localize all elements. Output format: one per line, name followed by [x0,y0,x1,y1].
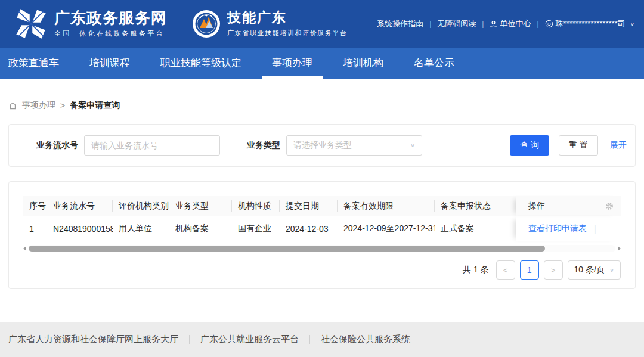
operation-label: 操作 [528,201,545,212]
action-divider: | [594,224,596,234]
page-size-value: 10 条/页 [574,265,605,275]
user-name: 珠******************司 [556,18,626,29]
query-button[interactable]: 查询 [510,135,549,156]
scroll-left-arrow-icon[interactable] [23,246,26,251]
platform-title: 技能广东 [227,10,348,25]
prev-page-button[interactable]: < [496,260,515,280]
user-account-dropdown[interactable]: 珠******************司 ∨ [545,18,634,29]
cell-submit-date: 2024-12-03 [280,216,338,241]
cell-no: 1 [23,216,47,241]
cell-type: 机构备案 [169,216,232,241]
chevron-down-icon: ∨ [410,142,415,148]
header-links: 系统操作指南 | 无障碍阅读 | 单位中心 | 珠***************… [377,18,634,29]
page-number-button[interactable]: 1 [520,260,539,280]
scrollbar-track[interactable] [29,245,615,252]
unit-center-link[interactable]: 单位中心 [490,18,531,29]
business-type-label: 业务类型 [247,140,280,151]
nav-item-training-courses[interactable]: 培训课程 [89,48,130,79]
gear-icon[interactable] [605,202,614,210]
business-type-placeholder: 请选择业务类型 [293,140,352,151]
breadcrumb-separator: > [60,101,65,110]
cell-status: 正式备案 [435,216,516,241]
cell-serial: N240819000158 [47,216,113,241]
chevron-down-icon: ∨ [609,267,614,273]
col-header-nature: 机构性质 [232,196,280,216]
col-header-operation: 操作 [516,196,621,216]
horizontal-scrollbar[interactable] [23,245,621,252]
footer-divider [189,335,190,344]
table-header-row: 序号 业务流水号 评价机构类别 业务类型 机构性质 提交日期 备案有效期限 备案… [23,196,621,216]
platform-subtitle: 广东省职业技能培训和评价服务平台 [227,29,348,38]
col-header-no: 序号 [23,196,47,216]
platform-brand: 技能广东 广东省职业技能培训和评价服务平台 [191,9,348,39]
pagination-total: 共 1 条 [463,265,489,275]
home-icon[interactable] [8,101,17,110]
cell-operation: 查看打印申请表 | [516,216,621,241]
reset-button[interactable]: 重置 [559,135,598,156]
cell-nature: 国有企业 [232,216,280,241]
cell-validity: 2024-12-09至2027-12-31 [338,216,435,241]
site-title: 广东政务服务网 [54,10,167,27]
col-header-category: 评价机构类别 [113,196,169,216]
site-subtitle: 全国一体化在线政务服务平台 [54,29,167,38]
col-header-status: 备案申报状态 [435,196,516,216]
unit-center-label: 单位中心 [500,18,531,29]
link-separator: | [537,20,538,28]
scroll-right-arrow-icon[interactable] [618,246,621,251]
main-nav: 政策直通车 培训课程 职业技能等级认定 事项办理 培训机构 名单公示 [0,48,644,79]
breadcrumb: 事项办理 > 备案申请查询 [8,100,636,111]
scrollbar-thumb[interactable] [29,246,545,252]
site-brand: 广东政务服务网 全国一体化在线政务服务平台 [15,8,167,40]
link-separator: | [429,20,431,28]
expand-link[interactable]: 展开 [610,140,627,151]
brand-divider [179,11,179,36]
page-size-select[interactable]: 10 条/页 ∨ [568,260,621,280]
breadcrumb-section[interactable]: 事项办理 [22,100,55,111]
footer-link-social-insurance[interactable]: 社会保险公共服务系统 [321,334,410,345]
business-type-select[interactable]: 请选择业务类型 ∨ [286,135,422,156]
pagination: 共 1 条 < 1 > 10 条/页 ∨ [23,260,621,280]
nav-item-skill-level-certification[interactable]: 职业技能等级认定 [160,48,242,79]
col-header-validity: 备案有效期限 [338,196,435,216]
nav-item-policy-express[interactable]: 政策直通车 [8,48,59,79]
search-panel: 业务流水号 业务类型 请选择业务类型 ∨ 查询 重置 展开 [8,124,636,167]
system-guide-link[interactable]: 系统操作指南 [377,18,423,29]
col-header-submit-date: 提交日期 [280,196,338,216]
top-header: 广东政务服务网 全国一体化在线政务服务平台 技能广东 广东省职业技能培训和评价服… [0,0,644,48]
serial-number-input[interactable] [84,135,220,156]
skills-guangdong-badge-icon [191,9,221,39]
serial-number-label: 业务流水号 [36,140,78,151]
person-icon [490,20,497,28]
cell-category: 用人单位 [113,216,169,241]
search-actions: 查询 重置 展开 [510,135,627,156]
accessibility-link[interactable]: 无障碍阅读 [437,18,476,29]
user-avatar-icon [545,20,553,28]
nav-item-list-publicity[interactable]: 名单公示 [414,48,454,79]
table-row: 1 N240819000158 用人单位 机构备案 国有企业 2024-12-0… [23,216,621,241]
col-header-serial: 业务流水号 [47,196,113,216]
pinwheel-logo-icon [15,8,47,40]
nav-item-training-institutions[interactable]: 培训机构 [343,48,383,79]
footer-link-employment-cloud[interactable]: 广东公共就业服务云平台 [200,334,299,345]
next-page-button[interactable]: > [544,260,563,280]
chevron-down-icon: ∨ [630,21,634,27]
footer: 广东省人力资源和社会保障厅网上服务大厅 广东公共就业服务云平台 社会保险公共服务… [0,322,644,357]
view-print-application-link[interactable]: 查看打印申请表 [528,223,587,234]
link-separator: | [482,20,484,28]
nav-item-matter-handling[interactable]: 事项办理 [272,48,312,79]
col-header-type: 业务类型 [169,196,232,216]
breadcrumb-current: 备案申请查询 [70,100,120,111]
results-panel: 序号 业务流水号 评价机构类别 业务类型 机构性质 提交日期 备案有效期限 备案… [8,181,636,289]
footer-link-hr-service-hall[interactable]: 广东省人力资源和社会保障厅网上服务大厅 [8,334,178,345]
footer-divider [309,335,310,344]
